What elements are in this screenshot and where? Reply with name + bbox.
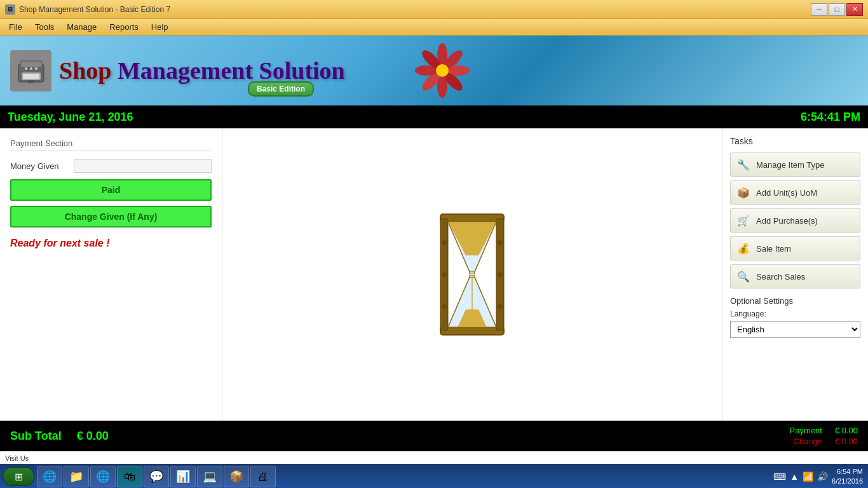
taskbar: ⊞ 🌐 📁 🌐 🛍 💬 📊 💻 📦 🖨 ⌨ ▲ 📶 🔊 6:54 PM 6/21… <box>0 464 868 488</box>
optional-settings-title: Optional Settings <box>730 296 860 306</box>
ready-text: Ready for next sale ! <box>10 238 212 249</box>
taskbar-app-filezilla[interactable]: 📦 <box>224 466 249 487</box>
menu-file[interactable]: File <box>3 21 29 33</box>
svg-rect-7 <box>28 80 34 83</box>
arrow-up-icon[interactable]: ▲ <box>790 471 799 482</box>
taskbar-app-chrome[interactable]: 🌐 <box>90 466 116 487</box>
subtotal-label: Sub Total <box>10 430 62 443</box>
main-content: Payment Section Money Given Paid Change … <box>0 128 868 421</box>
edition-badge: Basic Edition <box>248 81 314 97</box>
app-title: Shop Management Solution <box>59 57 345 85</box>
taskbar-app-explorer[interactable]: 📁 <box>64 466 89 487</box>
search-sales-label: Search Sales <box>756 272 805 281</box>
taskbar-app-excel[interactable]: 📊 <box>170 466 196 487</box>
title-bar: 🖥 Shop Management Solution - Basic Editi… <box>0 0 868 19</box>
svg-point-23 <box>442 240 447 245</box>
payment-value: € 0.00 <box>835 426 858 435</box>
datetime-bar: Tuesday, June 21, 2016 6:54:41 PM <box>0 105 868 128</box>
add-purchase-button[interactable]: 🛒 Add Purchase(s) <box>730 208 860 233</box>
search-sales-icon: 🔍 <box>736 269 751 284</box>
time-display: 6:54:41 PM <box>801 111 860 124</box>
svg-point-28 <box>498 304 503 309</box>
add-unit-label: Add Unit(s) UoM <box>756 188 817 198</box>
taskbar-app-ie[interactable]: 🌐 <box>37 466 62 487</box>
keyboard-icon: ⌨ <box>773 471 786 482</box>
payment-info: Payment € 0.00 <box>790 426 858 435</box>
app-icon: 🖥 <box>5 4 15 15</box>
taskbar-app-store[interactable]: 🛍 <box>117 466 142 487</box>
maximize-button[interactable]: □ <box>829 3 845 16</box>
subtotal-value: € 0.00 <box>77 430 109 443</box>
change-label: Change <box>793 437 822 446</box>
money-given-row: Money Given <box>10 159 212 173</box>
language-label: Language: <box>730 309 860 318</box>
sale-item-icon: 💰 <box>736 241 751 256</box>
manage-item-type-icon: 🔧 <box>736 157 751 172</box>
tasks-title: Tasks <box>730 136 860 146</box>
start-button[interactable]: ⊞ <box>3 467 34 486</box>
change-value: € 0.00 <box>835 437 858 446</box>
taskbar-date: 6/21/2016 <box>832 477 863 486</box>
svg-rect-3 <box>23 74 39 79</box>
sale-item-label: Sale Item <box>756 244 791 254</box>
taskbar-app-skype[interactable]: 💬 <box>144 466 169 487</box>
menu-reports[interactable]: Reports <box>103 21 145 33</box>
change-info: Change € 0.00 <box>793 437 858 446</box>
add-unit-button[interactable]: 📦 Add Unit(s) UoM <box>730 180 860 205</box>
center-area <box>222 128 722 421</box>
payment-section-header: Payment Section <box>10 139 212 151</box>
taskbar-time: 6:54 PM <box>832 467 863 477</box>
close-button[interactable]: ✕ <box>846 3 863 16</box>
manage-item-type-button[interactable]: 🔧 Manage Item Type <box>730 152 860 177</box>
title-bar-left: 🖥 Shop Management Solution - Basic Editi… <box>5 4 170 15</box>
svg-point-24 <box>498 240 503 245</box>
menu-help[interactable]: Help <box>145 21 175 33</box>
svg-point-16 <box>436 64 449 77</box>
search-sales-button[interactable]: 🔍 Search Sales <box>730 264 860 288</box>
payment-label: Payment <box>790 426 822 435</box>
language-select[interactable]: English French Spanish German <box>730 321 860 338</box>
taskbar-right: ⌨ ▲ 📶 🔊 6:54 PM 6/21/2016 <box>773 467 865 487</box>
add-purchase-label: Add Purchase(s) <box>756 216 818 226</box>
hourglass-image <box>431 211 513 338</box>
svg-rect-1 <box>20 61 42 67</box>
svg-rect-18 <box>440 327 504 335</box>
svg-rect-17 <box>440 214 504 222</box>
add-purchase-icon: 🛒 <box>736 213 751 228</box>
payment-section: Payment Section Money Given Paid Change … <box>0 128 222 421</box>
svg-point-6 <box>35 67 37 70</box>
payment-change-section: Payment € 0.00 Change € 0.00 <box>790 426 858 446</box>
status-bar: Sub Total € 0.00 Payment € 0.00 Change €… <box>0 421 868 451</box>
title-bar-controls: ─ □ ✕ <box>811 3 863 16</box>
subtotal-section: Sub Total € 0.00 <box>10 430 109 443</box>
add-unit-icon: 📦 <box>736 185 751 200</box>
window-title: Shop Management Solution - Basic Edition… <box>19 5 170 14</box>
svg-point-4 <box>25 67 27 70</box>
menu-tools[interactable]: Tools <box>29 21 60 33</box>
minimize-button[interactable]: ─ <box>811 3 827 16</box>
svg-point-27 <box>442 304 447 309</box>
taskbar-app-printer[interactable]: 🖨 <box>250 466 276 487</box>
svg-point-5 <box>30 67 32 70</box>
volume-icon[interactable]: 🔊 <box>817 471 828 482</box>
money-given-label: Money Given <box>10 161 67 171</box>
flower-decoration <box>410 39 474 105</box>
taskbar-app-cmd[interactable]: 💻 <box>197 466 222 487</box>
svg-point-25 <box>442 272 447 277</box>
header-banner: Shop Management Solution Basic Edition <box>0 36 868 105</box>
taskbar-apps: 🌐 📁 🌐 🛍 💬 📊 💻 📦 🖨 <box>37 466 771 487</box>
sale-item-button[interactable]: 💰 Sale Item <box>730 236 860 261</box>
windows-icon: ⊞ <box>15 471 23 483</box>
date-display: Tuesday, June 21, 2016 <box>8 111 133 124</box>
manage-item-type-label: Manage Item Type <box>756 160 824 170</box>
paid-button[interactable]: Paid <box>10 179 212 201</box>
taskbar-datetime: 6:54 PM 6/21/2016 <box>832 467 863 487</box>
network-icon: 📶 <box>803 471 813 482</box>
change-button[interactable]: Change Given (If Any) <box>10 206 212 227</box>
tasks-panel: Tasks 🔧 Manage Item Type 📦 Add Unit(s) U… <box>722 128 868 421</box>
svg-point-26 <box>498 272 503 277</box>
visit-bar: Visit Us <box>0 451 868 464</box>
menu-manage[interactable]: Manage <box>60 21 103 33</box>
money-given-input[interactable] <box>74 159 212 173</box>
visit-us-text: Visit Us <box>5 454 29 462</box>
